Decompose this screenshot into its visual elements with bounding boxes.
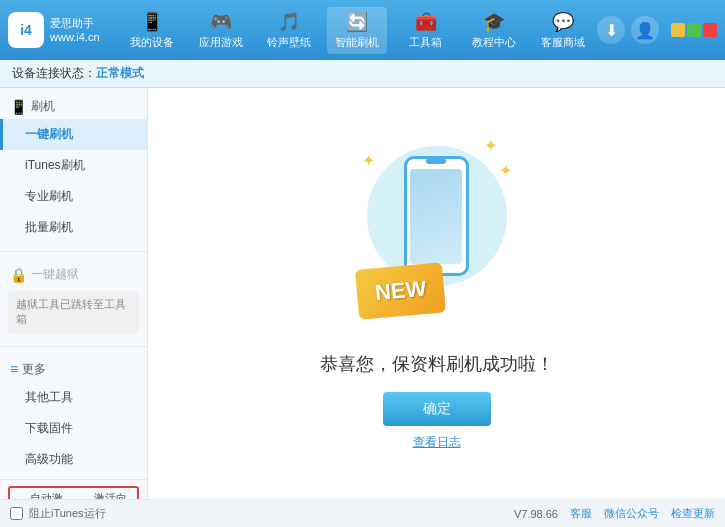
nav-toolbox[interactable]: 🧰 工具箱 — [396, 7, 456, 54]
toolbox-label: 工具箱 — [409, 35, 442, 50]
jailbreak-group-label: 一键越狱 — [31, 266, 79, 283]
other-tools-label: 其他工具 — [25, 390, 73, 404]
sidebar-item-other-tools[interactable]: 其他工具 — [0, 382, 147, 413]
my-device-label: 我的设备 — [130, 35, 174, 50]
logo-icon: i4 — [8, 12, 44, 48]
device-section: 自动激活 激活向导 📱 iPhone 15 Pro Max 512GB iPho… — [0, 479, 147, 499]
wechat-label[interactable]: 微信公众号 — [604, 506, 659, 521]
pro-flash-label: 专业刷机 — [25, 189, 73, 203]
sparkle-icon-3: ✦ — [499, 161, 512, 180]
sparkle-icon-1: ✦ — [362, 151, 375, 170]
view-log-button[interactable]: 查看日志 — [413, 434, 461, 451]
activation-options: 自动激活 激活向导 — [8, 486, 139, 499]
confirm-button[interactable]: 确定 — [383, 392, 491, 426]
itunes-block-checkbox[interactable] — [10, 507, 23, 520]
jailbreak-group-header: 🔒 一键越狱 — [0, 260, 147, 287]
jailbreak-notice: 越狱工具已跳转至工具箱 — [8, 291, 139, 334]
sidebar: 📱 刷机 一键刷机 iTunes刷机 专业刷机 批量刷机 🔒 一键越狱 — [0, 88, 148, 499]
maximize-button[interactable] — [687, 23, 701, 37]
footer-right: V7.98.66 客服 微信公众号 检查更新 — [514, 506, 715, 521]
phone-notch — [426, 158, 446, 164]
logo-abbr: i4 — [20, 22, 32, 38]
batch-flash-label: 批量刷机 — [25, 220, 73, 234]
client-label[interactable]: 客服 — [570, 506, 592, 521]
success-buttons: 确定 查看日志 — [383, 392, 491, 451]
success-card: ✦ ✦ ✦ NEW 恭喜您，保资料刷机成功啦！ 确定 查看日志 — [320, 136, 554, 451]
phone-illustration: ✦ ✦ ✦ NEW — [357, 136, 517, 336]
sparkle-icon-2: ✦ — [484, 136, 497, 155]
auto-activate-label: 自动激活 — [30, 491, 70, 499]
header-right: ⬇ 👤 — [597, 16, 717, 44]
sidebar-item-pro-flash[interactable]: 专业刷机 — [0, 181, 147, 212]
sidebar-item-batch-flash[interactable]: 批量刷机 — [0, 212, 147, 243]
one-click-flash-label: 一键刷机 — [25, 127, 73, 141]
phone-screen — [410, 169, 462, 264]
connection-mode: 正常模式 — [96, 65, 144, 82]
new-label: NEW — [373, 276, 426, 305]
app-header: i4 爱思助手 www.i4.cn 📱 我的设备 🎮 应用游戏 🎵 铃声壁纸 🔄… — [0, 0, 725, 60]
ringtone-icon: 🎵 — [278, 11, 300, 33]
flash-section: 📱 刷机 一键刷机 iTunes刷机 专业刷机 批量刷机 — [0, 88, 147, 247]
more-group-header: ≡ 更多 — [0, 355, 147, 382]
minimize-button[interactable] — [671, 23, 685, 37]
my-device-icon: 📱 — [141, 11, 163, 33]
new-banner: NEW — [354, 262, 445, 319]
more-group-label: 更多 — [22, 361, 46, 378]
flash-group-header: 📱 刷机 — [0, 92, 147, 119]
nav-smart-flash[interactable]: 🔄 智能刷机 — [327, 7, 387, 54]
itunes-flash-label: iTunes刷机 — [25, 158, 85, 172]
user-button[interactable]: 👤 — [631, 16, 659, 44]
guide-label: 激活向导 — [94, 491, 134, 499]
apps-games-icon: 🎮 — [210, 11, 232, 33]
toolbox-icon: 🧰 — [415, 11, 437, 33]
nav-tutorial[interactable]: 🎓 教程中心 — [464, 7, 524, 54]
tutorial-icon: 🎓 — [483, 11, 505, 33]
nav-service[interactable]: 💬 客服商域 — [533, 7, 593, 54]
check-update-label[interactable]: 检查更新 — [671, 506, 715, 521]
topbar: 设备连接状态： 正常模式 — [0, 60, 725, 88]
download-button[interactable]: ⬇ — [597, 16, 625, 44]
close-button[interactable] — [703, 23, 717, 37]
logo-area: i4 爱思助手 www.i4.cn — [8, 12, 118, 48]
sidebar-item-download-firmware[interactable]: 下载固件 — [0, 413, 147, 444]
phone-body — [404, 156, 469, 276]
guide-checkbox[interactable]: 激活向导 — [78, 491, 134, 499]
sidebar-item-itunes-flash[interactable]: iTunes刷机 — [0, 150, 147, 181]
download-firmware-label: 下载固件 — [25, 421, 73, 435]
flash-group-label: 刷机 — [31, 98, 55, 115]
nav-bar: 📱 我的设备 🎮 应用游戏 🎵 铃声壁纸 🔄 智能刷机 🧰 工具箱 🎓 教程中心… — [118, 7, 597, 54]
nav-apps-games[interactable]: 🎮 应用游戏 — [191, 7, 251, 54]
more-section: ≡ 更多 其他工具 下载固件 高级功能 — [0, 351, 147, 479]
smart-flash-icon: 🔄 — [346, 11, 368, 33]
itunes-block-label: 阻止iTunes运行 — [29, 506, 106, 521]
advanced-label: 高级功能 — [25, 452, 73, 466]
main-layout: 📱 刷机 一键刷机 iTunes刷机 专业刷机 批量刷机 🔒 一键越狱 — [0, 88, 725, 499]
window-controls — [671, 23, 717, 37]
logo-url: www.i4.cn — [50, 30, 100, 44]
logo-name: 爱思助手 — [50, 16, 100, 30]
logo-text: 爱思助手 www.i4.cn — [50, 16, 100, 45]
service-label: 客服商域 — [541, 35, 585, 50]
success-message: 恭喜您，保资料刷机成功啦！ — [320, 352, 554, 376]
more-group-icon: ≡ — [10, 361, 18, 377]
divider-1 — [0, 251, 147, 252]
nav-ringtone[interactable]: 🎵 铃声壁纸 — [259, 7, 319, 54]
footer-bar: 阻止iTunes运行 V7.98.66 客服 微信公众号 检查更新 — [0, 499, 725, 527]
auto-activate-checkbox[interactable]: 自动激活 — [14, 491, 70, 499]
version-label: V7.98.66 — [514, 508, 558, 520]
sidebar-item-advanced[interactable]: 高级功能 — [0, 444, 147, 475]
sidebar-item-one-click-flash[interactable]: 一键刷机 — [0, 119, 147, 150]
nav-my-device[interactable]: 📱 我的设备 — [122, 7, 182, 54]
jailbreak-section: 🔒 一键越狱 越狱工具已跳转至工具箱 — [0, 256, 147, 342]
apps-games-label: 应用游戏 — [199, 35, 243, 50]
content-area: ✦ ✦ ✦ NEW 恭喜您，保资料刷机成功啦！ 确定 查看日志 — [148, 88, 725, 499]
flash-group-icon: 📱 — [10, 99, 27, 115]
service-icon: 💬 — [552, 11, 574, 33]
smart-flash-label: 智能刷机 — [335, 35, 379, 50]
footer-left: 阻止iTunes运行 — [10, 506, 106, 521]
divider-2 — [0, 346, 147, 347]
jailbreak-group-icon: 🔒 — [10, 267, 27, 283]
connection-label: 设备连接状态： — [12, 65, 96, 82]
ringtone-label: 铃声壁纸 — [267, 35, 311, 50]
tutorial-label: 教程中心 — [472, 35, 516, 50]
